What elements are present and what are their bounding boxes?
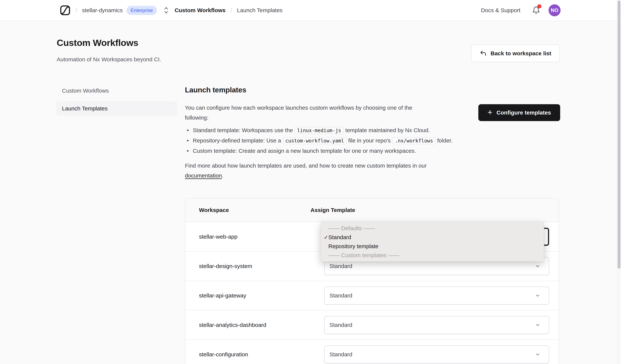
sidebar-item-custom-workflows[interactable]: Custom Workflows [56, 85, 177, 97]
table-row: stellar-configuration Standard [185, 340, 558, 364]
column-header-assign-template: Assign Template [310, 207, 355, 213]
select-value: Standard [329, 263, 352, 269]
find-more-paragraph: Find more about how launch templates are… [185, 161, 466, 180]
table-header-row: Workspace Assign Template [185, 199, 558, 222]
code-chip: linux-medium-js [294, 127, 344, 134]
top-header: / stellar-dynamics Enterprise Custom Wor… [0, 0, 621, 21]
table-row: stellar-api-gateway Standard [185, 281, 558, 310]
template-select-stellar-api-gateway[interactable]: Standard [324, 286, 549, 305]
list-item: Custom template: Create and assign a new… [185, 146, 466, 156]
section-heading: Launch templates [185, 86, 246, 94]
workspace-switcher-icon[interactable] [163, 6, 169, 15]
chevron-down-icon [535, 263, 540, 269]
list-item: Standard template: Workspaces use the li… [185, 125, 466, 136]
select-value: Standard [329, 351, 352, 358]
undo-arrow-icon [480, 50, 487, 57]
documentation-link[interactable]: documentation [185, 173, 222, 179]
sidebar-item-label: Custom Workflows [62, 88, 109, 94]
list-item: Repository-defined template: Use a custo… [185, 136, 466, 146]
template-select-stellar-configuration[interactable]: Standard [324, 346, 549, 364]
dropdown-group-defaults: —— Defaults —— [321, 224, 544, 233]
template-select-stellar-analytics-dashboard[interactable]: Standard [324, 316, 549, 334]
workspace-name: stellar-design-system [199, 263, 252, 269]
docs-support-link[interactable]: Docs & Support [481, 7, 520, 14]
template-dropdown-menu: —— Defaults —— ✓ Standard Repository tem… [321, 222, 544, 261]
code-chip: custom-workflow.yaml [283, 137, 347, 144]
select-value: Standard [329, 322, 352, 328]
workspace-name: stellar-analytics-dashboard [199, 322, 266, 328]
user-avatar[interactable]: NO [549, 4, 561, 16]
dropdown-group-custom-templates: —— Custom templates —— [321, 251, 544, 260]
breadcrumb-separator: / [230, 7, 232, 14]
sidebar-item-launch-templates[interactable]: Launch Templates [56, 101, 177, 116]
sidebar-item-label: Launch Templates [62, 105, 108, 112]
column-header-workspace: Workspace [185, 207, 310, 213]
chevron-down-icon [535, 352, 540, 357]
chevron-down-icon [535, 322, 540, 328]
back-to-workspace-list-button[interactable]: Back to workspace list [471, 45, 560, 62]
breadcrumb-section[interactable]: Custom Workflows [174, 7, 225, 14]
nx-cloud-logo-icon[interactable] [60, 5, 70, 16]
breadcrumb-org[interactable]: stellar-dynamics [82, 7, 123, 14]
workspace-name: stellar-web-app [199, 234, 238, 240]
breadcrumb-separator: / [75, 7, 77, 14]
page-subtitle: Automation of Nx Workspaces beyond CI. [57, 56, 161, 63]
page-title: Custom Workflows [57, 37, 138, 48]
dropdown-option-label: Standard [328, 234, 351, 240]
dropdown-option-standard[interactable]: ✓ Standard [321, 233, 544, 242]
intro-paragraph: You can configure how each workspace lau… [185, 103, 431, 123]
section-description: You can configure how each workspace lau… [185, 103, 466, 180]
configure-button-label: Configure templates [497, 110, 551, 116]
scrollbar-track [617, 0, 621, 364]
workspace-name: stellar-api-gateway [199, 292, 246, 299]
chevron-down-icon [535, 293, 540, 298]
notification-dot [537, 4, 541, 8]
plus-icon: + [487, 108, 492, 116]
notifications-bell-icon[interactable] [532, 6, 540, 15]
code-chip: .nx/workflows [392, 137, 436, 144]
configure-templates-button[interactable]: + Configure templates [478, 104, 560, 121]
breadcrumb-page[interactable]: Launch Templates [237, 7, 282, 14]
template-options-list: Standard template: Workspaces use the li… [185, 125, 466, 156]
enterprise-badge: Enterprise [126, 6, 157, 15]
table-row: stellar-analytics-dashboard Standard [185, 310, 558, 340]
check-icon: ✓ [324, 234, 328, 240]
select-value: Standard [329, 292, 352, 299]
dropdown-option-repository-template[interactable]: Repository template [321, 242, 544, 251]
scrollbar-thumb[interactable] [618, 0, 621, 269]
workspace-name: stellar-configuration [199, 351, 248, 358]
back-button-label: Back to workspace list [491, 50, 551, 57]
dropdown-option-label: Repository template [328, 243, 379, 250]
